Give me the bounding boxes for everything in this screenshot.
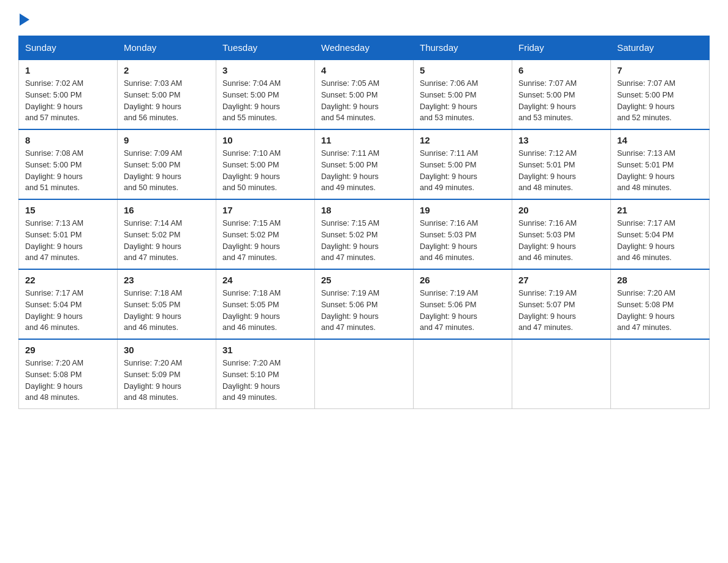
day-info: Sunrise: 7:15 AMSunset: 5:02 PMDaylight:…: [321, 218, 407, 264]
calendar-week-row: 8 Sunrise: 7:08 AMSunset: 5:00 PMDayligh…: [19, 129, 710, 199]
day-number: 5: [420, 65, 506, 75]
day-info: Sunrise: 7:12 AMSunset: 5:01 PMDaylight:…: [518, 148, 604, 194]
calendar-cell: 15 Sunrise: 7:13 AMSunset: 5:01 PMDaylig…: [19, 199, 118, 269]
logo-mark: [18, 15, 29, 26]
day-number: 6: [518, 65, 604, 75]
day-number: 12: [420, 135, 506, 145]
day-info: Sunrise: 7:20 AMSunset: 5:09 PMDaylight:…: [124, 358, 210, 404]
logo: [18, 15, 32, 26]
calendar-cell: 14 Sunrise: 7:13 AMSunset: 5:01 PMDaylig…: [611, 129, 710, 199]
day-number: 24: [222, 275, 308, 285]
day-number: 29: [25, 345, 111, 355]
day-info: Sunrise: 7:19 AMSunset: 5:06 PMDaylight:…: [420, 288, 506, 334]
calendar-cell: [512, 339, 611, 409]
day-info: Sunrise: 7:16 AMSunset: 5:03 PMDaylight:…: [420, 218, 506, 264]
calendar-cell: 19 Sunrise: 7:16 AMSunset: 5:03 PMDaylig…: [414, 199, 512, 269]
day-number: 16: [124, 205, 210, 215]
day-number: 23: [124, 275, 210, 285]
day-info: Sunrise: 7:11 AMSunset: 5:00 PMDaylight:…: [321, 148, 407, 194]
calendar-cell: 2 Sunrise: 7:03 AMSunset: 5:00 PMDayligh…: [118, 59, 216, 129]
day-number: 22: [25, 275, 111, 285]
day-info: Sunrise: 7:14 AMSunset: 5:02 PMDaylight:…: [124, 218, 210, 264]
day-number: 25: [321, 275, 407, 285]
calendar-cell: 20 Sunrise: 7:16 AMSunset: 5:03 PMDaylig…: [512, 199, 611, 269]
calendar-cell: 12 Sunrise: 7:11 AMSunset: 5:00 PMDaylig…: [414, 129, 512, 199]
calendar-cell: 28 Sunrise: 7:20 AMSunset: 5:08 PMDaylig…: [611, 269, 710, 339]
col-header-sunday: Sunday: [19, 36, 118, 60]
calendar-cell: 21 Sunrise: 7:17 AMSunset: 5:04 PMDaylig…: [611, 199, 710, 269]
day-info: Sunrise: 7:13 AMSunset: 5:01 PMDaylight:…: [25, 218, 111, 264]
day-info: Sunrise: 7:20 AMSunset: 5:08 PMDaylight:…: [617, 288, 703, 334]
calendar-cell: 13 Sunrise: 7:12 AMSunset: 5:01 PMDaylig…: [512, 129, 611, 199]
day-number: 3: [222, 65, 308, 75]
calendar-week-row: 15 Sunrise: 7:13 AMSunset: 5:01 PMDaylig…: [19, 199, 710, 269]
day-info: Sunrise: 7:17 AMSunset: 5:04 PMDaylight:…: [617, 218, 703, 264]
day-info: Sunrise: 7:16 AMSunset: 5:03 PMDaylight:…: [518, 218, 604, 264]
calendar-cell: 6 Sunrise: 7:07 AMSunset: 5:00 PMDayligh…: [512, 59, 611, 129]
calendar-cell: 5 Sunrise: 7:06 AMSunset: 5:00 PMDayligh…: [414, 59, 512, 129]
day-info: Sunrise: 7:10 AMSunset: 5:00 PMDaylight:…: [222, 148, 308, 194]
col-header-friday: Friday: [512, 36, 611, 60]
calendar-cell: 30 Sunrise: 7:20 AMSunset: 5:09 PMDaylig…: [118, 339, 216, 409]
calendar-cell: 29 Sunrise: 7:20 AMSunset: 5:08 PMDaylig…: [19, 339, 118, 409]
day-number: 20: [518, 205, 604, 215]
day-info: Sunrise: 7:05 AMSunset: 5:00 PMDaylight:…: [321, 78, 407, 124]
calendar-week-row: 1 Sunrise: 7:02 AMSunset: 5:00 PMDayligh…: [19, 59, 710, 129]
day-info: Sunrise: 7:08 AMSunset: 5:00 PMDaylight:…: [25, 148, 111, 194]
calendar-cell: 17 Sunrise: 7:15 AMSunset: 5:02 PMDaylig…: [216, 199, 315, 269]
day-info: Sunrise: 7:20 AMSunset: 5:08 PMDaylight:…: [25, 358, 111, 404]
day-info: Sunrise: 7:03 AMSunset: 5:00 PMDaylight:…: [124, 78, 210, 124]
day-number: 30: [124, 345, 210, 355]
calendar-cell: 10 Sunrise: 7:10 AMSunset: 5:00 PMDaylig…: [216, 129, 315, 199]
calendar-cell: 26 Sunrise: 7:19 AMSunset: 5:06 PMDaylig…: [414, 269, 512, 339]
day-number: 27: [518, 275, 604, 285]
col-header-monday: Monday: [118, 36, 216, 60]
calendar-header-row: SundayMondayTuesdayWednesdayThursdayFrid…: [19, 36, 710, 60]
day-number: 7: [617, 65, 703, 75]
page-header: [18, 15, 710, 26]
day-info: Sunrise: 7:04 AMSunset: 5:00 PMDaylight:…: [222, 78, 308, 124]
col-header-thursday: Thursday: [414, 36, 512, 60]
day-info: Sunrise: 7:19 AMSunset: 5:06 PMDaylight:…: [321, 288, 407, 334]
day-info: Sunrise: 7:13 AMSunset: 5:01 PMDaylight:…: [617, 148, 703, 194]
calendar-cell: 3 Sunrise: 7:04 AMSunset: 5:00 PMDayligh…: [216, 59, 315, 129]
day-number: 26: [420, 275, 506, 285]
day-info: Sunrise: 7:06 AMSunset: 5:00 PMDaylight:…: [420, 78, 506, 124]
calendar-cell: [611, 339, 710, 409]
day-number: 1: [25, 65, 111, 75]
col-header-wednesday: Wednesday: [315, 36, 414, 60]
day-number: 31: [222, 345, 308, 355]
day-number: 13: [518, 135, 604, 145]
day-number: 28: [617, 275, 703, 285]
calendar-cell: 7 Sunrise: 7:07 AMSunset: 5:00 PMDayligh…: [611, 59, 710, 129]
calendar-cell: 18 Sunrise: 7:15 AMSunset: 5:02 PMDaylig…: [315, 199, 414, 269]
day-info: Sunrise: 7:18 AMSunset: 5:05 PMDaylight:…: [124, 288, 210, 334]
day-info: Sunrise: 7:02 AMSunset: 5:00 PMDaylight:…: [25, 78, 111, 124]
day-info: Sunrise: 7:07 AMSunset: 5:00 PMDaylight:…: [518, 78, 604, 124]
calendar-cell: 8 Sunrise: 7:08 AMSunset: 5:00 PMDayligh…: [19, 129, 118, 199]
day-number: 2: [124, 65, 210, 75]
calendar-cell: 1 Sunrise: 7:02 AMSunset: 5:00 PMDayligh…: [19, 59, 118, 129]
calendar-cell: 31 Sunrise: 7:20 AMSunset: 5:10 PMDaylig…: [216, 339, 315, 409]
calendar-cell: [414, 339, 512, 409]
day-info: Sunrise: 7:19 AMSunset: 5:07 PMDaylight:…: [518, 288, 604, 334]
logo-triangle-icon: [20, 13, 29, 26]
day-number: 19: [420, 205, 506, 215]
calendar-cell: 27 Sunrise: 7:19 AMSunset: 5:07 PMDaylig…: [512, 269, 611, 339]
day-number: 17: [222, 205, 308, 215]
day-number: 9: [124, 135, 210, 145]
day-info: Sunrise: 7:07 AMSunset: 5:00 PMDaylight:…: [617, 78, 703, 124]
calendar-cell: 11 Sunrise: 7:11 AMSunset: 5:00 PMDaylig…: [315, 129, 414, 199]
day-info: Sunrise: 7:18 AMSunset: 5:05 PMDaylight:…: [222, 288, 308, 334]
day-info: Sunrise: 7:20 AMSunset: 5:10 PMDaylight:…: [222, 358, 308, 404]
calendar-cell: 9 Sunrise: 7:09 AMSunset: 5:00 PMDayligh…: [118, 129, 216, 199]
calendar-cell: 23 Sunrise: 7:18 AMSunset: 5:05 PMDaylig…: [118, 269, 216, 339]
calendar-cell: 4 Sunrise: 7:05 AMSunset: 5:00 PMDayligh…: [315, 59, 414, 129]
calendar-cell: 24 Sunrise: 7:18 AMSunset: 5:05 PMDaylig…: [216, 269, 315, 339]
calendar-cell: [315, 339, 414, 409]
day-info: Sunrise: 7:15 AMSunset: 5:02 PMDaylight:…: [222, 218, 308, 264]
calendar-week-row: 22 Sunrise: 7:17 AMSunset: 5:04 PMDaylig…: [19, 269, 710, 339]
col-header-tuesday: Tuesday: [216, 36, 315, 60]
day-number: 18: [321, 205, 407, 215]
calendar-cell: 25 Sunrise: 7:19 AMSunset: 5:06 PMDaylig…: [315, 269, 414, 339]
